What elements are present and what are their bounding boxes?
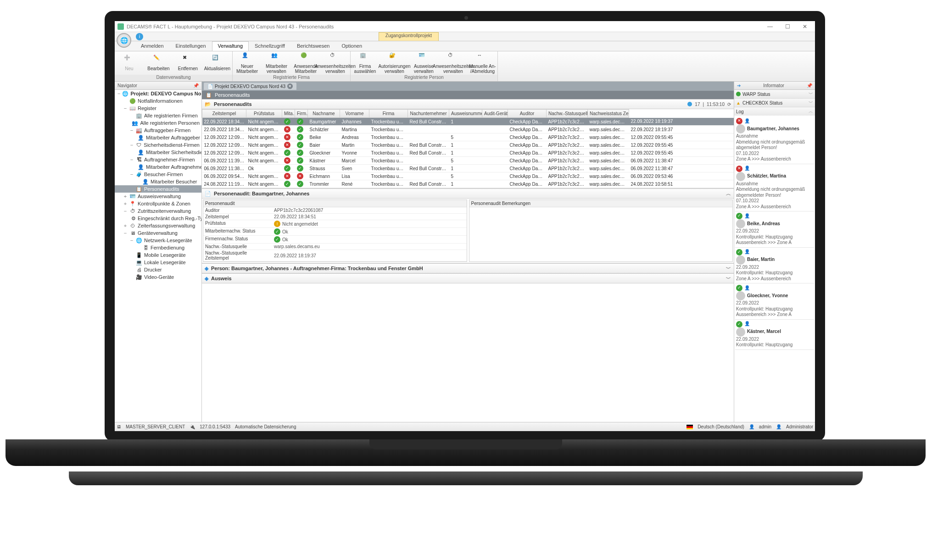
tree-item[interactable]: +⏲Zeiterfassungsverwaltung [115, 222, 201, 229]
tree-item[interactable]: 🏢Alle registrierten Firmen [115, 112, 201, 119]
grid-header[interactable]: Nachw.-Statusquelle [547, 110, 588, 118]
grid-header[interactable]: Vorname [340, 110, 369, 118]
pin-icon[interactable]: 📌 [193, 83, 199, 88]
tree-item[interactable]: 📱Mobile Lesegeräte [115, 251, 201, 259]
log-header[interactable]: Log ︿ [734, 107, 815, 116]
grid-header[interactable]: Nachweisstatus Zeit [588, 110, 629, 118]
table-row[interactable]: 12.09.2022 12:09:54Nicht angemeldet✕✓Bei… [202, 133, 734, 141]
tree-item[interactable]: −🛡Sicherheitsdienst-Firmen [115, 141, 201, 149]
grid-header[interactable]: Audit-Gerät [482, 110, 508, 118]
tree-item[interactable]: 👤Mitarbeiter Besucher [115, 178, 201, 185]
ribbon-tab-einstellungen[interactable]: Einstellungen [170, 41, 212, 51]
close-button[interactable]: ✕ [798, 22, 812, 31]
toolbar-btn-label: Entfernen [178, 67, 198, 72]
document-tab[interactable]: 📄 Projekt DEXEVO Campus Nord 43 ✕ [204, 83, 296, 90]
toolbar-neu-button[interactable]: ➕Neu [115, 51, 144, 75]
tree-item[interactable]: −🏭Auftraggeber-Firmen [115, 127, 201, 134]
tree-item[interactable]: −🧳Besucher-Firmen [115, 171, 201, 178]
toolbar-ma-verw-button[interactable]: 👥Mitarbeiterverwalten [262, 51, 291, 75]
grid-header[interactable]: Auditor [508, 110, 547, 118]
tree-item[interactable]: +🪪Ausweisverwaltung [115, 193, 201, 200]
section-detail-header[interactable]: 📄 Personenaudit: Baumgartner, Johannes ︿ [202, 189, 734, 199]
toolbar-btn-label: Firmaauswählen [354, 64, 376, 74]
pin-icon[interactable]: 📌 [807, 83, 812, 88]
grid-header[interactable]: Nachunternehmer [408, 110, 449, 118]
app-logo-icon[interactable]: 🌐 [117, 33, 131, 48]
grid-header[interactable]: Firma [369, 110, 408, 118]
tree-item[interactable]: −📖Register [115, 105, 201, 112]
info-icon[interactable]: i [136, 33, 143, 40]
table-row[interactable]: 24.08.2022 11:19:19Nicht angemeldet✓✓Tro… [202, 180, 734, 188]
tree-item[interactable]: 👤Mitarbeiter Auftragnehmer [115, 163, 201, 171]
minimize-button[interactable]: — [763, 22, 777, 31]
grid-header[interactable]: Prüfstatus [246, 110, 282, 118]
section-ausweis-header[interactable]: ◈ Ausweis ﹀ [202, 273, 734, 283]
log-item[interactable]: ✕ 👤 Schätzler, MartinaAusnahmeAbmeldung … [735, 164, 814, 212]
tree-item[interactable]: 👥Alle registrierten Personen [115, 119, 201, 127]
tree-item[interactable]: 🎥Video-Geräte [115, 273, 201, 281]
ribbon-tab-verwaltung[interactable]: Verwaltung [212, 41, 249, 51]
table-row[interactable]: 06.09.2022 11:38:57Ok✓✓StraussSvenTrocke… [202, 165, 734, 172]
toolbar-aktual-button[interactable]: 🔄Aktualisieren [203, 51, 232, 75]
toolbar-bearbeiten-button[interactable]: ✏️Bearbeiten [144, 51, 173, 75]
tree-item[interactable]: +📍Kontrollpunkte & Zonen [115, 200, 201, 207]
toolbar-anw-zeit1-button[interactable]: ⏱Anwesenheitszeitenverwalten [321, 51, 350, 75]
grid-header[interactable]: Nachname [308, 110, 340, 118]
log-item[interactable]: ✓ 👤 Beike, Andreas22.09.2022Kontrollpunk… [735, 211, 814, 248]
table-row[interactable]: 22.09.2022 18:34:51Nicht angemeldet✓✓Bau… [202, 118, 734, 126]
section-person-header[interactable]: ◈ Person: Baumgartner, Johannes - Auftra… [202, 263, 734, 273]
tree-item[interactable]: −⏱Zutrittszeitenverwaltung [115, 207, 201, 215]
checkbox-status-header[interactable]: ▲ CHECKBOX Status ﹀ [734, 99, 815, 107]
ribbon-tab-anmelden[interactable]: Anmelden [135, 41, 170, 51]
log-item[interactable]: ✓ 👤 Baier, Martin22.09.2022Kontrollpunkt… [735, 248, 814, 284]
log-item[interactable]: ✓ 👤 Kästner, Marcel22.09.2022Kontrollpun… [735, 320, 814, 350]
maximize-button[interactable]: ☐ [780, 22, 795, 31]
table-row[interactable]: 22.09.2022 18:34:16Nicht angemeldet✕✓Sch… [202, 126, 734, 133]
log-item[interactable]: ✕ 👤 Baumgartner, JohannesAusnahmeAbmeldu… [735, 116, 814, 164]
context-tab[interactable]: Zugangskontrollprojekt [379, 32, 439, 41]
tree-item[interactable]: 🎛Fernbedienung [115, 244, 201, 251]
grid-header[interactable]: Zeitstempel [202, 110, 246, 118]
ribbon-tab-schnellzugriff[interactable]: Schnellzugriff [249, 41, 291, 51]
tree-item[interactable]: ⚙Eingeschränkt durch Reg.-Typ [115, 215, 201, 222]
toolbar-neuer-ma-button[interactable]: 👤NeuerMitarbeiter [233, 51, 262, 75]
tree-item[interactable]: −🖥Geräteverwaltung [115, 229, 201, 237]
tab-close-icon[interactable]: ✕ [287, 83, 293, 89]
table-row[interactable]: 06.09.2022 09:54:39Nicht angemeldet✕✕Eic… [202, 172, 734, 180]
grid-header[interactable]: Mita… [282, 110, 295, 118]
warp-status-header[interactable]: WARP Status ﹀ [734, 90, 815, 98]
tree-item[interactable]: 🟢Notfallinformationen [115, 97, 201, 105]
chevron-down-icon[interactable]: ﹀ [809, 91, 813, 97]
section-personenaudits-header[interactable]: 📂 Personenaudits 17 | 11:53:10 ⟳ [202, 99, 734, 109]
tree-root[interactable]: −🌐Projekt: DEXEVO Campus Nord 43 [115, 90, 201, 97]
chevron-down-icon[interactable]: ﹀ [726, 275, 731, 282]
ribbon-tab-optionen[interactable]: Optionen [335, 41, 368, 51]
table-row[interactable]: 12.09.2022 12:09:22Nicht angemeldet✓✓Glo… [202, 149, 734, 157]
audits-grid[interactable]: ZeitstempelPrüfstatusMita…Firm…NachnameV… [202, 109, 734, 189]
toolbar-man-an-button[interactable]: ↔Manuelle An-/Abmeldung [468, 51, 497, 75]
grid-header[interactable]: Ausweisnummer [449, 110, 482, 118]
log-item[interactable]: ✓ 👤 Gloeckner, Yvonne22.09.2022Kontrollp… [735, 283, 814, 320]
tree-item[interactable]: 👤Mitarbeiter Sicherheitsdienst [115, 149, 201, 156]
toolbar-anw-zeit2-button[interactable]: ⏱Anwesenheitszeitenverwalten [439, 51, 468, 75]
toolbar-btn-label: Aktualisieren [204, 67, 230, 72]
tree-item[interactable]: −🌐Netzwerk-Lesegeräte [115, 237, 201, 244]
toolbar-firma-aus-button[interactable]: 🏢Firmaauswählen [351, 51, 380, 75]
status-lang[interactable]: Deutsch (Deutschland) [698, 424, 744, 429]
refresh-icon[interactable]: ⟳ [727, 102, 731, 107]
chevron-up-icon[interactable]: ︿ [809, 108, 813, 115]
tree-item[interactable]: 💻Lokale Lesegeräte [115, 259, 201, 266]
tree-item[interactable]: 👤Mitarbeiter Auftraggeber [115, 134, 201, 141]
table-row[interactable]: 06.09.2022 11:39:25Nicht angemeldet✕✓Käs… [202, 157, 734, 165]
chevron-up-icon[interactable]: ︿ [726, 190, 731, 197]
tree-item[interactable]: 📋Personenaudits [115, 185, 201, 193]
table-row[interactable]: 12.09.2022 12:09:49Nicht angemeldet✕✓Bai… [202, 141, 734, 149]
chevron-down-icon[interactable]: ﹀ [809, 100, 813, 106]
ribbon-tab-berichtswesen[interactable]: Berichtswesen [291, 41, 336, 51]
tree-item[interactable]: 🖨Drucker [115, 266, 201, 273]
toolbar-autor-button[interactable]: 🔐Autorisierungenverwalten [380, 51, 409, 75]
grid-header[interactable]: Firm… [295, 110, 308, 118]
toolbar-entfernen-button[interactable]: ✖Entfernen [173, 51, 203, 75]
tree-item[interactable]: −🏗Auftragnehmer-Firmen [115, 156, 201, 163]
chevron-down-icon[interactable]: ﹀ [726, 265, 731, 272]
